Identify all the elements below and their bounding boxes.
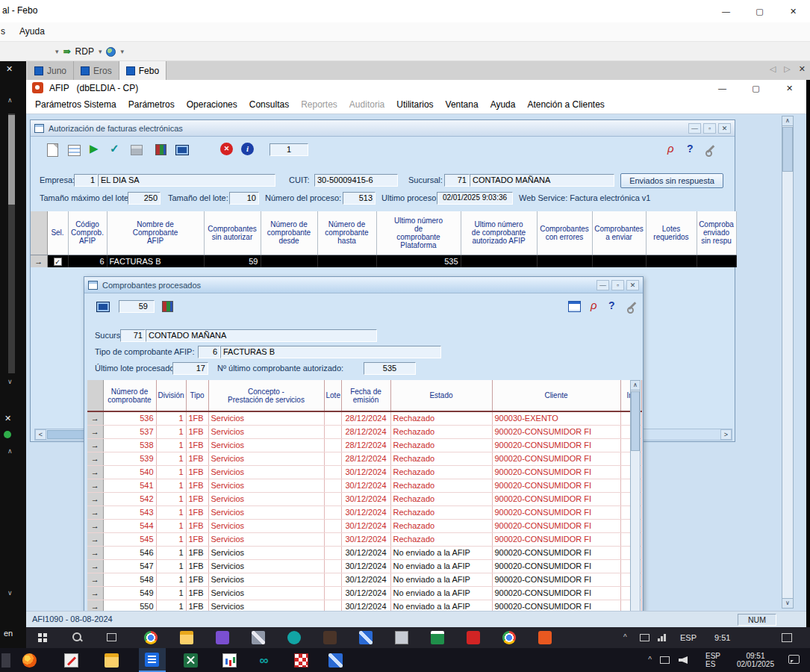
host-tray-expand-icon[interactable]: ^	[648, 656, 652, 664]
confirm-icon[interactable]: ✓	[110, 142, 119, 155]
proc-vscroll-thumb[interactable]	[631, 391, 640, 451]
help-icon[interactable]: ?	[687, 143, 694, 155]
afip-menu-item[interactable]: Atención a Clientes	[521, 96, 610, 113]
file-manager-icon[interactable]	[105, 653, 119, 668]
auth-grid-header[interactable]: Comprobantes con errores	[537, 211, 592, 255]
proc-window-titlebar[interactable]: Comprobantes procesados — ▫ ✕	[84, 277, 643, 293]
checkered-app-icon[interactable]	[294, 653, 308, 668]
proc-grid-header[interactable]: Estado	[390, 380, 492, 411]
window-app-icon[interactable]	[395, 631, 408, 644]
empresa-name-field[interactable]: EL DIA SA	[98, 174, 275, 187]
rdp-dropdown-icon[interactable]: ▾	[99, 48, 102, 55]
properties-icon[interactable]	[68, 145, 81, 156]
dock-scrollbar[interactable]	[8, 113, 15, 373]
globe-dropdown-icon[interactable]: ▾	[120, 48, 124, 55]
app-icon-purple[interactable]	[216, 631, 229, 644]
signature-help-icon[interactable]: ρ	[667, 142, 674, 155]
host-tray-volume-icon[interactable]	[679, 656, 688, 664]
search-icon[interactable]	[72, 632, 82, 642]
dock-close-icon[interactable]: ✕	[6, 64, 13, 74]
auth-grid-header[interactable]: Comproba enviado sin respu	[697, 211, 736, 255]
chat-app-icon[interactable]	[287, 631, 301, 644]
proceso-field[interactable]: 513	[343, 192, 376, 205]
table-view-icon[interactable]	[568, 301, 581, 312]
sucursal-code-field[interactable]: 71	[444, 174, 470, 187]
mdi-scroll-up-button[interactable]: ∧	[782, 116, 793, 126]
scroll-up-button[interactable]: ∧	[631, 381, 640, 391]
proc-vertical-scrollbar[interactable]: ∧	[630, 380, 641, 611]
chrome-icon[interactable]	[144, 631, 158, 644]
action-center-icon[interactable]	[782, 633, 792, 642]
editor-app-icon[interactable]	[328, 653, 343, 668]
auth-grid-header[interactable]: Ultimo número de comprobante autorizado …	[461, 211, 537, 255]
app-icon-dark[interactable]	[323, 631, 337, 644]
new-document-icon[interactable]	[47, 143, 58, 157]
afip-menu-item[interactable]: Parámetros Sistema	[29, 96, 122, 113]
tab-nav-back-icon[interactable]: ◁	[770, 64, 776, 74]
file-explorer-icon[interactable]	[180, 631, 193, 644]
empresa-code-field[interactable]: 1	[74, 174, 98, 187]
pen-app-icon[interactable]	[252, 631, 265, 644]
afip-close-button[interactable]: ✕	[773, 80, 806, 96]
auth-grid-header[interactable]: Código Comprob. AFIP	[68, 211, 107, 255]
monitor-icon[interactable]	[175, 145, 189, 155]
proc-grid-header[interactable]: Número de comprobante	[103, 380, 156, 411]
enviados-sin-respuesta-button[interactable]: Enviados sin respuesta	[620, 173, 723, 188]
tab-nav-close-icon[interactable]: ✕	[799, 64, 806, 74]
design-app-icon[interactable]	[64, 653, 78, 668]
proc-close-button[interactable]: ✕	[626, 280, 639, 290]
host-menu-ayuda[interactable]: Ayuda	[19, 26, 45, 37]
remote-client-icon[interactable]	[145, 653, 159, 667]
scroll-right-button[interactable]: >	[720, 429, 732, 440]
proc-grid-header[interactable]: Tipo	[186, 380, 208, 411]
dock-down-icon[interactable]: ∨	[7, 589, 13, 597]
proc-grid-header[interactable]: División	[156, 380, 186, 411]
host-tray-display-icon[interactable]	[660, 656, 670, 664]
proc-grid-row[interactable]: →54411FBServicios30/12/2024Rechazado9000…	[87, 519, 641, 532]
proc-grid-header[interactable]: Fecha de emisión	[341, 380, 390, 411]
chart-app-icon[interactable]	[222, 653, 237, 668]
auth-grid-selected-row[interactable]: → ✓ 6 FACTURAS B 59 535	[31, 255, 736, 267]
spreadsheet-icon[interactable]	[184, 653, 198, 668]
lote-field[interactable]: 10	[229, 192, 259, 205]
dock-close-icon-2[interactable]: ✕	[4, 414, 11, 423]
active-app-highlight[interactable]	[139, 648, 166, 672]
proc-grid-row[interactable]: →54211FBServicios30/12/2024Rechazado9000…	[87, 492, 641, 505]
host-menu-fragment[interactable]: s	[1, 26, 5, 37]
tab-nav-fwd-icon[interactable]: ▷	[784, 64, 790, 74]
notification-bubble-icon[interactable]	[788, 655, 800, 664]
proc-grid-row[interactable]: →54111FBServicios30/12/2024Rechazado9000…	[87, 479, 641, 492]
auth-grid-header[interactable]: Nombre de Comprobante AFIP	[107, 211, 204, 255]
afip-menu-item[interactable]: Consultas	[243, 96, 295, 113]
auth-minimize-button[interactable]: —	[688, 123, 701, 134]
books-icon[interactable]	[155, 144, 166, 155]
proc-grid-row[interactable]: →53611FBServicios28/12/2024Rechazado9000…	[87, 411, 641, 425]
globe-icon[interactable]	[106, 47, 116, 57]
lote-max-field[interactable]: 250	[128, 192, 161, 205]
stop-icon[interactable]: ✕	[220, 143, 233, 155]
afip-menu-item[interactable]: Ayuda	[485, 96, 522, 113]
app-icon-red[interactable]	[467, 631, 480, 644]
proc-grid-row[interactable]: →55011FBServicios30/12/2024No enviado a …	[87, 600, 641, 611]
tray-display-icon[interactable]	[640, 634, 649, 641]
afip-menu-item[interactable]: Operaciones	[181, 96, 243, 113]
signature-help-icon[interactable]: ρ	[591, 299, 597, 311]
tab-febo[interactable]: Febo	[119, 61, 166, 80]
start-button-icon[interactable]	[38, 633, 47, 642]
calendar-app-icon[interactable]	[431, 631, 444, 644]
scroll-left-button[interactable]: <	[35, 429, 46, 440]
mdi-scroll-down-button[interactable]: ∨	[782, 598, 793, 608]
tab-eros[interactable]: Eros	[74, 61, 119, 80]
sucursal-name-field[interactable]: CONTADO MAÑANA	[470, 174, 614, 187]
app-icon-orange[interactable]	[538, 631, 552, 644]
remote-language-indicator[interactable]: ESP	[680, 633, 697, 642]
tab-juno[interactable]: Juno	[28, 61, 74, 80]
host-close-button[interactable]: ✕	[776, 0, 810, 22]
office-suite-icon[interactable]: ∞	[257, 653, 271, 668]
tray-network-icon[interactable]	[658, 634, 667, 641]
host-language-indicator[interactable]: ESP ES	[705, 652, 720, 668]
proc-grid-row[interactable]: →54911FBServicios30/12/2024No enviado a …	[87, 586, 641, 600]
proc-grid-header[interactable]: Lote	[324, 380, 341, 411]
auth-window-titlebar[interactable]: Autorización de facturas electrónicas — …	[31, 120, 735, 137]
dock-scroll-up-icon[interactable]: ∧	[7, 96, 13, 104]
